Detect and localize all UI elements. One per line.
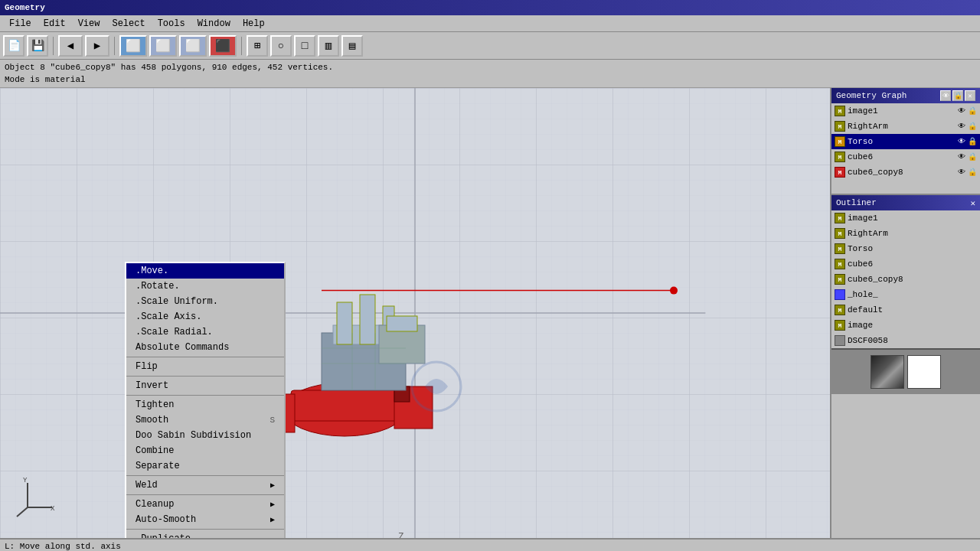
outliner-item-cube6copy8[interactable]: M cube6_copy8 [831,272,980,287]
grid-button[interactable]: ⊞ [247,35,268,57]
menu-tools[interactable]: Tools [152,17,191,31]
toolbar-separator-3 [241,37,242,55]
ctx-rotate[interactable]: .Rotate. [126,279,284,294]
ctx-absolute-commands[interactable]: Absolute Commands [126,340,284,355]
info-line1: Object 8 "cube6_copy8" has 458 polygons,… [5,61,975,73]
geom-item-cube6[interactable]: M cube6 👁 🔒 [831,149,980,165]
outliner-item-default[interactable]: M default [831,302,980,318]
toolbar: 📄 💾 ◀ ▶ ⬜ ⬜ ⬜ ⬛ ⊞ ○ □ ▥ ▤ [0,32,980,60]
menu-view[interactable]: View [72,17,106,31]
ctx-doo-sabin[interactable]: Doo Sabin Subdivision [126,428,284,443]
menu-file[interactable]: File [3,17,38,31]
viewport[interactable]: Z Y X .Move. .Rotate. [0,88,830,538]
ctx-flip[interactable]: Flip [126,359,284,374]
undo-button[interactable]: ◀ [58,35,83,57]
box-button[interactable]: □ [294,35,315,57]
outliner-item-image1[interactable]: M image1 [831,210,980,226]
axis-svg: Y X [12,477,55,520]
ctx-cleanup[interactable]: Cleanup ▶ [126,497,284,512]
toolbar-separator-2 [114,37,115,55]
outliner-close-icon[interactable]: ✕ [970,198,975,208]
outliner-item-dscf0058[interactable]: DSCF0058 [831,333,980,348]
ctx-auto-smooth[interactable]: Auto-Smooth ▶ [126,512,284,527]
ctx-duplicate[interactable]: .Duplicate. [126,531,284,538]
shading-button-1[interactable]: ▥ [318,35,339,57]
geom-item-rightarm[interactable]: M RightArm 👁 🔒 [831,119,980,134]
save-button[interactable]: 💾 [27,35,48,57]
outliner-item-rightarm[interactable]: M RightArm [831,226,980,241]
geom-eye-rightarm[interactable]: 👁 [958,122,965,131]
outliner-item-hole[interactable]: _hole_ [831,287,980,302]
z-axis-label: Z [398,531,403,538]
ctx-tighten[interactable]: Tighten [126,397,284,412]
outliner-label-image1: image1 [848,214,878,223]
outliner-icon-cube6: M [835,259,845,269]
outliner-item-image[interactable]: M image [831,318,980,333]
outliner-icon-dscf0058 [835,335,845,346]
outliner-icon-cube6copy8: M [835,274,845,285]
thumbnail-white [907,355,941,389]
outliner-title: Outliner [836,198,877,207]
outliner-icon-image1: M [835,213,845,223]
menu-select[interactable]: Select [106,17,151,31]
ctx-smooth[interactable]: Smooth S [126,412,284,428]
view-top-button[interactable]: ⬜ [149,35,177,57]
geom-eye-cube6[interactable]: 👁 [958,152,965,161]
geom-eye-image1[interactable]: 👁 [958,106,965,116]
ctx-auto-smooth-arrow: ▶ [270,515,275,524]
ctx-invert-label: Invert [136,380,168,391]
thumbnail-preview [871,355,904,389]
info-bar: Object 8 "cube6_copy8" has 458 polygons,… [0,60,980,88]
ctx-scale-radial[interactable]: .Scale Radial. [126,324,284,340]
svg-line-27 [17,507,28,517]
geom-lock-cube6[interactable]: 🔒 [968,152,977,161]
geom-lock-cube6copy8[interactable]: 🔒 [968,168,977,177]
outliner-icon-default: M [835,305,845,315]
ctx-doo-sabin-label: Doo Sabin Subdivision [136,430,251,441]
view-side-button[interactable]: ⬜ [179,35,207,57]
ctx-sep-4 [126,475,284,476]
ctx-absolute-label: Absolute Commands [136,342,229,353]
outliner-item-torso[interactable]: M Torso [831,241,980,256]
shading-button-2[interactable]: ▤ [341,35,363,57]
geom-lock-rightarm[interactable]: 🔒 [968,122,977,131]
geom-icon-cube6: M [835,152,845,162]
menu-help[interactable]: Help [237,17,271,31]
geom-lock-torso[interactable]: 🔒 [968,137,977,146]
view-perspective-button[interactable]: ⬜ [119,35,147,57]
geom-graph-content[interactable]: M image1 👁 🔒 M RightArm 👁 🔒 M Torso 👁 🔒 [831,103,980,195]
geom-eye-torso[interactable]: 👁 [958,137,965,146]
new-button[interactable]: 📄 [3,35,24,57]
menu-edit[interactable]: Edit [38,17,72,31]
geom-item-cube6copy8[interactable]: M cube6_copy8 👁 🔒 [831,165,980,180]
outliner-content[interactable]: M image1 M RightArm M Torso M cube6 M cu… [831,210,980,538]
geom-graph-close-icon[interactable]: ✕ [965,90,975,101]
geom-lock-image1[interactable]: 🔒 [968,106,977,116]
geom-item-torso[interactable]: M Torso 👁 🔒 [831,134,980,149]
ctx-weld[interactable]: Weld ▶ [126,478,284,493]
thumbnail-area [831,348,980,394]
ctx-scale-uniform[interactable]: .Scale Uniform. [126,294,284,309]
ctx-move[interactable]: .Move. [126,263,284,279]
geom-item-image1[interactable]: M image1 👁 🔒 [831,103,980,119]
menu-window[interactable]: Window [191,17,237,31]
ctx-scale-axis[interactable]: .Scale Axis. [126,309,284,324]
outliner-item-cube6[interactable]: M cube6 [831,256,980,272]
svg-rect-7 [291,390,398,421]
svg-point-5 [670,287,678,295]
geom-label-cube6: cube6 [848,152,873,161]
ctx-separate[interactable]: Separate [126,458,284,474]
redo-button[interactable]: ▶ [85,35,109,57]
ctx-auto-smooth-label: Auto-Smooth [136,514,196,525]
ctx-invert[interactable]: Invert [126,378,284,393]
ctx-sep-1 [126,357,284,357]
ctx-sep-3 [126,395,284,396]
axis-indicator: Y X [12,477,55,520]
geom-graph-lock-icon[interactable]: 🔒 [952,90,963,101]
geom-eye-cube6copy8[interactable]: 👁 [958,168,965,177]
ctx-cleanup-arrow: ▶ [270,500,275,509]
geom-graph-eye-icon[interactable]: 👁 [940,90,951,101]
view-active-button[interactable]: ⬛ [209,35,237,57]
sphere-button[interactable]: ○ [270,35,292,57]
ctx-combine[interactable]: Combine [126,443,284,458]
